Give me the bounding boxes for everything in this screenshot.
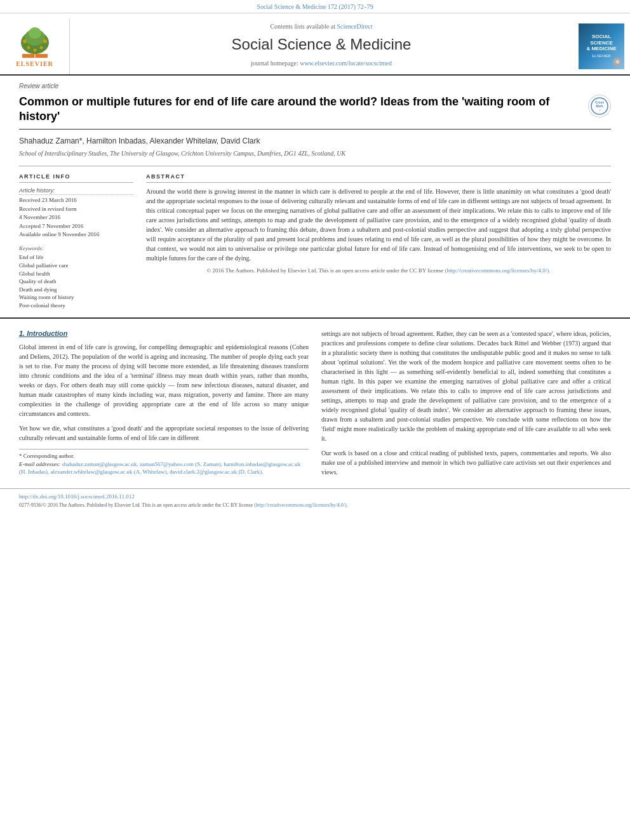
keyword-5: Death and dying [19, 286, 133, 294]
keyword-1: End of life [19, 253, 133, 262]
elsevier-logo-area: ELSEVIER [0, 18, 70, 74]
crossmark-badge: Cross Mark ✓ [588, 95, 611, 117]
volume-info: Social Science & Medicine 172 (2017) 72–… [0, 0, 630, 13]
journal-homepage-link[interactable]: www.elsevier.com/locate/socscimed [300, 60, 392, 67]
keyword-6: Waiting room of history [19, 293, 133, 302]
svg-point-8 [33, 49, 36, 52]
article-history-block: Article history: Received 23 March 2016 … [19, 187, 133, 239]
license-link[interactable]: (http://creativecommons.org/licenses/by/… [445, 267, 550, 274]
elsevier-tree-icon [16, 23, 54, 58]
body-right-para-2: Our work is based on a close and critica… [321, 448, 611, 477]
section-1-title: 1. Introduction [19, 329, 309, 338]
footnote-area: * Corresponding author. E-mail addresses… [19, 449, 309, 476]
body-left-col: 1. Introduction Global interest in end o… [19, 329, 309, 482]
article-title: Cross Mark ✓ Common or multiple futures … [19, 95, 611, 130]
article-content-area: Review article Cross Mark ✓ Common or mu… [0, 76, 630, 310]
copyright-text: 0277-9536/© 2016 The Authors. Published … [19, 502, 611, 509]
elsevier-brand-text: ELSEVIER [16, 60, 53, 69]
email-links[interactable]: shahaduz.zaman@glasgow.ac.uk, zaman567@y… [19, 461, 300, 476]
svg-point-6 [27, 46, 30, 50]
science-direct-label: Contents lists available at ScienceDirec… [270, 22, 372, 31]
email-footnote: E-mail addresses: shahaduz.zaman@glasgow… [19, 460, 309, 476]
keyword-4: Quality of death [19, 277, 133, 286]
svg-point-7 [39, 46, 43, 50]
keyword-3: Global health [19, 270, 133, 278]
article-type-label: Review article [19, 82, 611, 91]
article-info-header: ARTICLE INFO [19, 173, 133, 183]
affiliation-line: School of Interdisciplinary Studies, The… [19, 149, 611, 158]
authors-line: Shahaduz Zaman*, Hamilton Inbadas, Alexa… [19, 136, 611, 147]
body-left-para-1: Global interest in end of life care is g… [19, 342, 309, 418]
article-info-col: ARTICLE INFO Article history: Received 2… [19, 173, 133, 309]
crossmark-area: Cross Mark ✓ [588, 95, 611, 117]
main-body-content: 1. Introduction Global interest in end o… [0, 317, 630, 482]
journal-cover-badge: SOCIALSCIENCE& MEDICINE ELSEVIER ⊕ [579, 23, 624, 69]
keywords-label: Keywords: [19, 244, 133, 253]
journal-badge-area: SOCIALSCIENCE& MEDICINE ELSEVIER ⊕ [573, 18, 630, 74]
journal-center-info: Contents lists available at ScienceDirec… [70, 18, 573, 74]
svg-text:Mark: Mark [596, 104, 603, 108]
journal-header: ELSEVIER Contents lists available at Sci… [0, 13, 630, 76]
abstract-text: Around the world there is growing intere… [146, 187, 611, 263]
body-two-col: 1. Introduction Global interest in end o… [19, 329, 611, 482]
svg-point-3 [29, 27, 41, 39]
body-right-col: settings are not subjects of broad agree… [321, 329, 611, 482]
body-left-para-2: Yet how we die, what constitutes a 'good… [19, 423, 309, 443]
keyword-2: Global palliative care [19, 262, 133, 270]
corresponding-author-note: * Corresponding author. [19, 452, 309, 460]
journal-homepage: journal homepage: www.elsevier.com/locat… [251, 59, 392, 68]
badge-icon: ⊕ [613, 58, 622, 67]
abstract-header: ABSTRACT [146, 173, 611, 183]
svg-text:✓: ✓ [599, 109, 601, 112]
svg-point-4 [23, 39, 27, 43]
doi-link[interactable]: http://dx.doi.org/10.1016/j.socscimed.20… [19, 493, 611, 501]
crossmark-icon: Cross Mark ✓ [590, 97, 609, 116]
license-text: © 2016 The Authors. Published by Elsevie… [146, 267, 611, 275]
svg-point-5 [43, 39, 47, 43]
abstract-col: ABSTRACT Around the world there is growi… [146, 173, 611, 309]
info-abstract-section: ARTICLE INFO Article history: Received 2… [19, 166, 611, 309]
received-date: Received 23 March 2016 Received in revis… [19, 196, 133, 239]
science-direct-link[interactable]: ScienceDirect [337, 23, 372, 30]
body-right-para-1: settings are not subjects of broad agree… [321, 329, 611, 443]
history-label: Article history: [19, 187, 133, 196]
keyword-7: Post-colonial theory [19, 302, 133, 310]
keywords-block: Keywords: End of life Global palliative … [19, 244, 133, 310]
footer-license-link[interactable]: (http://creativecommons.org/licenses/by/… [254, 502, 348, 508]
footer-bar: http://dx.doi.org/10.1016/j.socscimed.20… [0, 488, 630, 513]
journal-title: Social Science & Medicine [232, 34, 412, 55]
